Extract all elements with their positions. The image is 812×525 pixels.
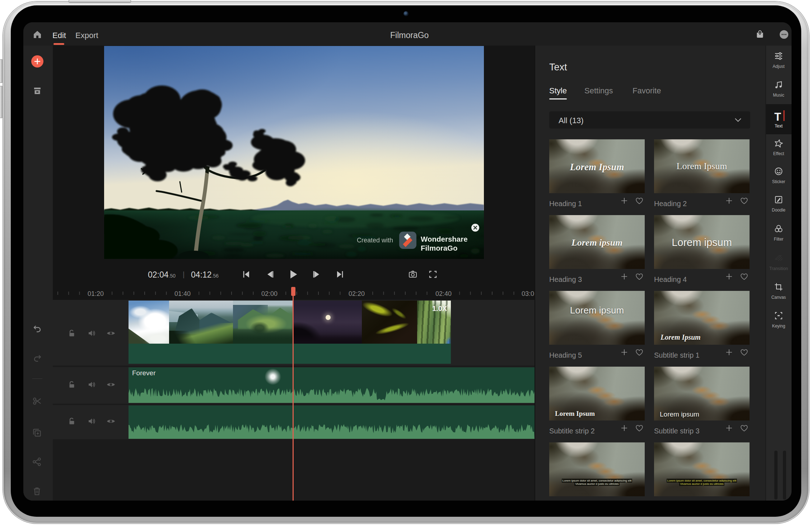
svg-text:Wondershare: Wondershare (421, 235, 468, 243)
svg-text:Created with: Created with (357, 237, 393, 244)
svg-text:FilmoraGo: FilmoraGo (421, 244, 458, 252)
